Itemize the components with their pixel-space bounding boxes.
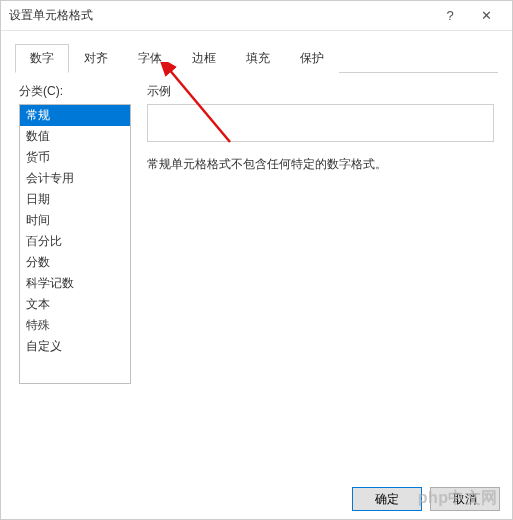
tab-strip: 数字 对齐 字体 边框 填充 保护 (15, 43, 498, 73)
list-item-percentage[interactable]: 百分比 (20, 231, 130, 252)
right-column: 示例 常规单元格格式不包含任何特定的数字格式。 (147, 83, 494, 467)
category-listbox[interactable]: 常规 数值 货币 会计专用 日期 时间 百分比 分数 科学记数 文本 特殊 自定… (19, 104, 131, 384)
cancel-button[interactable]: 取消 (430, 487, 500, 511)
tab-fill[interactable]: 填充 (231, 44, 285, 73)
format-description: 常规单元格格式不包含任何特定的数字格式。 (147, 156, 494, 173)
help-button[interactable]: ? (432, 2, 468, 30)
list-item-text[interactable]: 文本 (20, 294, 130, 315)
tab-number[interactable]: 数字 (15, 44, 69, 73)
close-button[interactable]: ✕ (468, 2, 504, 30)
list-item-scientific[interactable]: 科学记数 (20, 273, 130, 294)
sample-label: 示例 (147, 83, 494, 100)
sample-box (147, 104, 494, 142)
tab-font[interactable]: 字体 (123, 44, 177, 73)
list-item-general[interactable]: 常规 (20, 105, 130, 126)
tab-alignment[interactable]: 对齐 (69, 44, 123, 73)
list-item-time[interactable]: 时间 (20, 210, 130, 231)
category-label: 分类(C): (19, 83, 131, 100)
format-cells-dialog: 设置单元格格式 ? ✕ 数字 对齐 字体 边框 填充 保护 分类(C): 常规 … (0, 0, 513, 520)
dialog-title: 设置单元格格式 (9, 7, 432, 24)
list-item-fraction[interactable]: 分数 (20, 252, 130, 273)
list-item-custom[interactable]: 自定义 (20, 336, 130, 357)
dialog-footer: 确定 取消 php中文网 (1, 479, 512, 519)
category-column: 分类(C): 常规 数值 货币 会计专用 日期 时间 百分比 分数 科学记数 文… (19, 83, 131, 467)
ok-button[interactable]: 确定 (352, 487, 422, 511)
dialog-content: 数字 对齐 字体 边框 填充 保护 分类(C): 常规 数值 货币 会计专用 日… (1, 31, 512, 479)
list-item-special[interactable]: 特殊 (20, 315, 130, 336)
list-item-accounting[interactable]: 会计专用 (20, 168, 130, 189)
list-item-currency[interactable]: 货币 (20, 147, 130, 168)
tab-border[interactable]: 边框 (177, 44, 231, 73)
titlebar: 设置单元格格式 ? ✕ (1, 1, 512, 31)
list-item-number[interactable]: 数值 (20, 126, 130, 147)
list-item-date[interactable]: 日期 (20, 189, 130, 210)
number-panel: 分类(C): 常规 数值 货币 会计专用 日期 时间 百分比 分数 科学记数 文… (15, 73, 498, 471)
tab-protection[interactable]: 保护 (285, 44, 339, 73)
